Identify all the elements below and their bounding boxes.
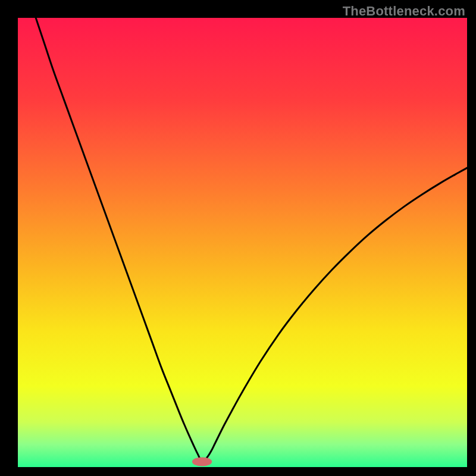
gradient-background <box>18 18 467 467</box>
chart-frame: TheBottleneck.com <box>0 0 476 476</box>
minimum-marker <box>192 457 212 466</box>
watermark-text: TheBottleneck.com <box>343 4 465 19</box>
bottleneck-chart <box>18 18 467 467</box>
plot-area <box>18 18 467 467</box>
